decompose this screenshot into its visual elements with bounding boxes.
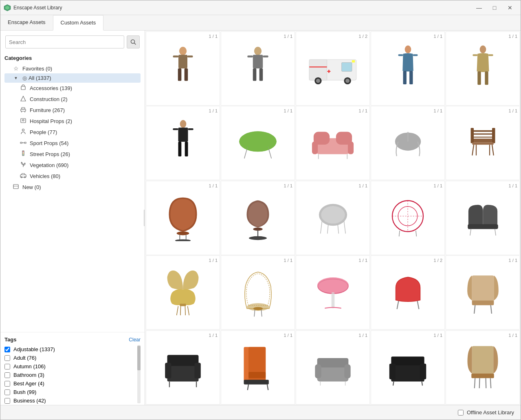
- asset-thumbnail: [152, 37, 214, 100]
- svg-rect-144: [391, 356, 424, 365]
- svg-point-94: [321, 206, 345, 224]
- asset-cell[interactable]: 1 / 1: [221, 106, 295, 180]
- asset-thumbnail: [452, 37, 514, 100]
- asset-thumbnail: [227, 262, 289, 324]
- svg-rect-139: [315, 364, 321, 378]
- offline-checkbox[interactable]: [458, 410, 464, 416]
- asset-cell[interactable]: 1 / 1: [296, 330, 370, 405]
- svg-text:✚: ✚: [327, 69, 331, 74]
- svg-line-148: [422, 381, 423, 385]
- sidebar-item-favorites[interactable]: ☆ Favorites (0): [4, 64, 141, 73]
- tag-bush[interactable]: Bush (99): [4, 388, 136, 396]
- asset-cell[interactable]: 1 / 1: [296, 181, 370, 255]
- sidebar-item-people[interactable]: People (77): [4, 127, 141, 138]
- svg-rect-55: [488, 54, 493, 56]
- asset-cell[interactable]: 1 / 1: [446, 106, 520, 180]
- all-icon: ◎: [22, 75, 27, 81]
- minimize-button[interactable]: —: [472, 2, 486, 13]
- svg-rect-69: [312, 141, 318, 154]
- svg-rect-143: [391, 363, 424, 381]
- svg-rect-36: [263, 55, 268, 57]
- asset-cell[interactable]: 1 / 1: [221, 330, 295, 405]
- sidebar-item-accessories[interactable]: Accessories (139): [4, 83, 141, 94]
- asset-badge: 1 / 1: [359, 183, 367, 188]
- asset-cell[interactable]: 1 / 1: [371, 31, 445, 106]
- sidebar-item-hospital[interactable]: Hospital Props (2): [4, 116, 141, 127]
- svg-rect-13: [20, 142, 22, 143]
- asset-cell[interactable]: 1 / 1: [446, 181, 520, 255]
- tag-business[interactable]: Business (42): [4, 396, 136, 405]
- svg-rect-30: [187, 55, 193, 57]
- asset-thumbnail: [377, 112, 439, 174]
- asset-cell[interactable]: 1 / 1: [371, 330, 445, 405]
- svg-point-43: [345, 79, 350, 83]
- svg-rect-103: [468, 224, 498, 229]
- offline-label: Offline Asset Library: [467, 409, 514, 416]
- asset-cell[interactable]: 1 / 1: [146, 181, 220, 255]
- star-icon: ☆: [12, 65, 20, 72]
- asset-cell[interactable]: 1 / 1: [296, 106, 370, 180]
- svg-point-12: [22, 129, 24, 131]
- asset-badge: 1 / 1: [209, 108, 218, 113]
- asset-thumbnail: [152, 187, 214, 249]
- tag-adult[interactable]: Adult (76): [4, 354, 136, 362]
- sidebar-item-street[interactable]: Street Props (26): [4, 149, 141, 160]
- asset-cell[interactable]: 1 / 1: [221, 181, 295, 255]
- asset-thumbnail: [152, 262, 214, 324]
- asset-cell[interactable]: 1 / 1: [446, 330, 520, 405]
- sidebar-item-new[interactable]: New (0): [4, 182, 141, 193]
- tag-autumn[interactable]: Autumn (106): [4, 362, 136, 371]
- tag-bathroom[interactable]: Bathroom (3): [4, 371, 136, 379]
- asset-cell[interactable]: 1 / 1: [221, 255, 295, 330]
- asset-badge: 1 / 1: [434, 183, 442, 188]
- tag-adjustable-label: Adjustable (1337): [13, 346, 55, 352]
- asset-cell[interactable]: 1 / 1: [446, 31, 520, 106]
- tag-adjustable[interactable]: Adjustable (1337): [4, 345, 136, 354]
- tab-enscape-assets[interactable]: Enscape Assets: [0, 15, 53, 30]
- asset-thumbnail: [152, 336, 214, 398]
- svg-line-110: [185, 306, 185, 315]
- asset-cell[interactable]: 1 / 1: [371, 106, 445, 180]
- asset-badge: 1 / 2: [359, 34, 367, 39]
- tab-custom-assets[interactable]: Custom Assets: [53, 15, 104, 31]
- window-controls: — □ ✕: [472, 2, 517, 13]
- sidebar-item-all[interactable]: ▼ ◎ All (1337): [4, 73, 141, 83]
- sidebar-item-construction[interactable]: Construction (2): [4, 94, 141, 105]
- asset-cell[interactable]: 1 / 1: [446, 255, 520, 330]
- svg-point-89: [175, 240, 191, 242]
- asset-cell[interactable]: 1 / 1: [221, 31, 295, 106]
- asset-cell[interactable]: 1 / 1: [146, 31, 220, 106]
- sidebar-item-vehicles[interactable]: Vehicles (80): [4, 171, 141, 182]
- asset-cell[interactable]: 1 / 2: [371, 255, 445, 330]
- people-label: People (77): [30, 129, 57, 135]
- tag-best-ager[interactable]: Best Ager (4): [4, 379, 136, 388]
- svg-rect-145: [389, 363, 396, 379]
- asset-thumbnail: [302, 112, 364, 174]
- svg-rect-33: [253, 68, 257, 81]
- svg-rect-4: [21, 86, 25, 90]
- asset-cell[interactable]: 1 / 1: [146, 255, 220, 330]
- svg-rect-28: [185, 68, 188, 81]
- asset-cell[interactable]: 1 / 2 ✚: [296, 31, 370, 106]
- close-button[interactable]: ✕: [503, 2, 517, 13]
- svg-rect-53: [485, 71, 488, 85]
- tabs-bar: Enscape Assets Custom Assets: [0, 15, 521, 31]
- asset-cell[interactable]: 1 / 1: [146, 330, 220, 405]
- asset-cell[interactable]: 1 / 1: [296, 255, 370, 330]
- asset-cell[interactable]: 1 / 1: [146, 106, 220, 180]
- tags-clear-button[interactable]: Clear: [129, 337, 141, 343]
- sidebar-content: Categories ☆ Favorites (0) ▼ ◎ All (1337…: [0, 52, 145, 332]
- svg-rect-45: [352, 60, 355, 63]
- search-input[interactable]: [5, 35, 124, 48]
- vehicles-label: Vehicles (80): [30, 173, 60, 179]
- sidebar-item-sport[interactable]: Sport Props (54): [4, 138, 141, 149]
- search-button[interactable]: [127, 35, 140, 48]
- maximize-button[interactable]: □: [487, 2, 502, 13]
- sidebar-item-furniture[interactable]: Furniture (267): [4, 105, 141, 116]
- svg-rect-47: [403, 71, 406, 84]
- hospital-icon: [19, 117, 27, 125]
- asset-cell[interactable]: 1 / 1: [371, 181, 445, 255]
- main-area: Categories ☆ Favorites (0) ▼ ◎ All (1337…: [0, 31, 521, 405]
- sidebar-item-vegetation[interactable]: Vegetation (690): [4, 160, 141, 171]
- construction-icon: [19, 95, 27, 103]
